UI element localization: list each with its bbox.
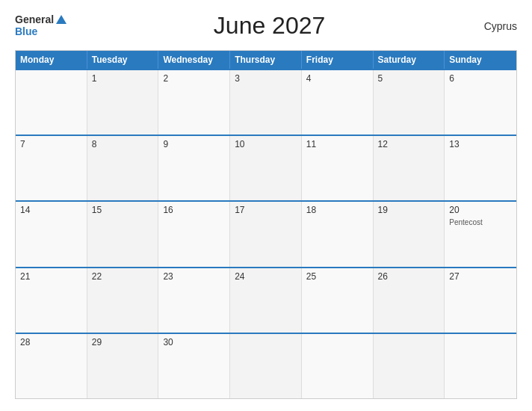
calendar-cell: 24 <box>230 268 302 333</box>
day-number: 14 <box>20 205 82 215</box>
calendar-cell: 19 <box>374 202 445 266</box>
calendar: MondayTuesdayWednesdayThursdayFridaySatu… <box>15 50 517 399</box>
calendar-row: 78910111213 <box>16 135 516 200</box>
day-number: 8 <box>92 139 154 149</box>
calendar-cell: 17 <box>230 202 302 266</box>
month-title: June 2027 <box>66 12 472 40</box>
calendar-cell: 18 <box>302 202 374 266</box>
calendar-cell <box>16 70 87 135</box>
calendar-row: 21222324252627 <box>16 267 516 333</box>
day-number: 13 <box>449 139 512 149</box>
day-number: 22 <box>92 271 154 282</box>
calendar-cell: 28 <box>16 334 87 398</box>
weekday-header: Wednesday <box>158 51 230 69</box>
calendar-row: 14151617181920Pentecost <box>16 200 516 266</box>
calendar-cell: 25 <box>302 268 374 333</box>
country-label: Cyprus <box>472 20 517 32</box>
day-number: 29 <box>92 337 154 347</box>
calendar-cell: 22 <box>87 268 159 333</box>
day-number: 15 <box>92 205 154 215</box>
calendar-cell: 9 <box>158 136 230 200</box>
day-number: 9 <box>163 139 225 149</box>
day-number: 1 <box>92 73 154 84</box>
calendar-cell: 12 <box>374 136 445 200</box>
day-number: 11 <box>306 139 368 149</box>
calendar-cell: 2 <box>158 70 230 135</box>
calendar-header: MondayTuesdayWednesdayThursdayFridaySatu… <box>16 51 516 69</box>
calendar-cell: 20Pentecost <box>445 202 516 266</box>
weekday-header: Friday <box>302 51 374 69</box>
calendar-cell <box>374 334 445 398</box>
day-number: 19 <box>378 205 440 215</box>
day-number: 12 <box>378 139 440 149</box>
calendar-cell: 7 <box>16 136 87 200</box>
calendar-cell: 29 <box>87 334 159 398</box>
event-label: Pentecost <box>449 218 512 226</box>
calendar-cell: 5 <box>374 70 445 135</box>
calendar-cell: 23 <box>158 268 230 333</box>
day-number: 25 <box>306 271 368 282</box>
calendar-cell: 27 <box>445 268 516 333</box>
calendar-row: 123456 <box>16 69 516 135</box>
calendar-cell: 15 <box>87 202 159 266</box>
logo-general-text: General <box>15 14 54 25</box>
day-number: 17 <box>235 205 297 215</box>
calendar-cell: 11 <box>302 136 374 200</box>
calendar-cell: 1 <box>87 70 159 135</box>
weekday-header: Thursday <box>230 51 302 69</box>
calendar-cell: 8 <box>87 136 159 200</box>
day-number: 2 <box>163 73 225 84</box>
calendar-cell: 6 <box>445 70 516 135</box>
weekday-header: Tuesday <box>87 51 159 69</box>
page-header: General Blue June 2027 Cyprus <box>15 12 517 40</box>
calendar-row: 282930 <box>16 333 516 398</box>
calendar-cell: 4 <box>302 70 374 135</box>
calendar-cell: 14 <box>16 202 87 266</box>
calendar-cell: 21 <box>16 268 87 333</box>
calendar-cell: 13 <box>445 136 516 200</box>
day-number: 18 <box>306 205 368 215</box>
day-number: 3 <box>235 73 297 84</box>
calendar-cell <box>445 334 516 398</box>
day-number: 28 <box>20 337 82 347</box>
day-number: 27 <box>449 271 512 282</box>
day-number: 30 <box>163 337 225 347</box>
weekday-header: Monday <box>16 51 87 69</box>
day-number: 21 <box>20 271 82 282</box>
calendar-cell <box>230 334 302 398</box>
logo-triangle-icon <box>56 15 66 24</box>
calendar-cell: 26 <box>374 268 445 333</box>
day-number: 4 <box>306 73 368 84</box>
logo: General Blue <box>15 14 66 37</box>
calendar-cell: 30 <box>158 334 230 398</box>
calendar-cell: 10 <box>230 136 302 200</box>
weekday-header: Saturday <box>374 51 445 69</box>
day-number: 24 <box>235 271 297 282</box>
day-number: 23 <box>163 271 225 282</box>
calendar-body: 1234567891011121314151617181920Pentecost… <box>16 69 516 398</box>
calendar-cell: 3 <box>230 70 302 135</box>
day-number: 10 <box>235 139 297 149</box>
day-number: 6 <box>449 73 512 84</box>
calendar-cell <box>302 334 374 398</box>
day-number: 7 <box>20 139 82 149</box>
day-number: 5 <box>378 73 440 84</box>
weekday-header: Sunday <box>445 51 516 69</box>
day-number: 20 <box>449 205 512 215</box>
logo-blue-text: Blue <box>15 26 66 37</box>
day-number: 26 <box>378 271 440 282</box>
calendar-cell: 16 <box>158 202 230 266</box>
day-number: 16 <box>163 205 225 215</box>
